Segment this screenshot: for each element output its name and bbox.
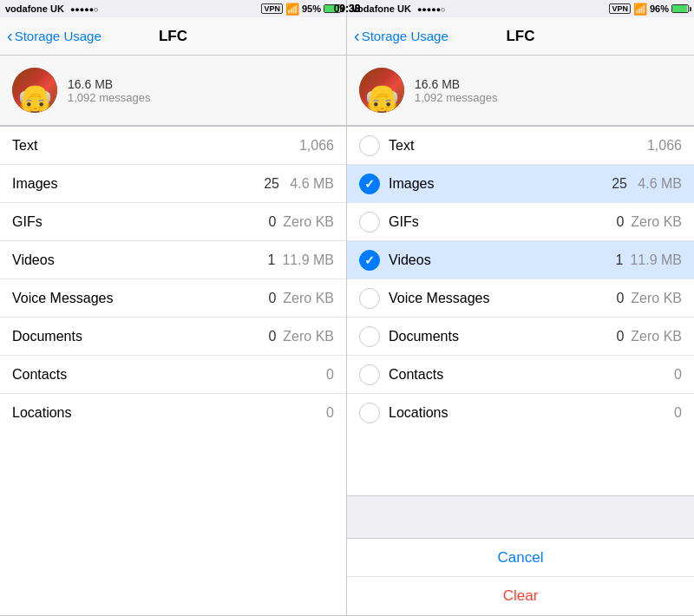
vpn-badge: VPN [609, 3, 631, 14]
row-label: Voice Messages [389, 291, 606, 306]
profile-section: 👴 16.6 MB 1,092 messages [347, 56, 694, 126]
profile-info: 16.6 MB 1,092 messages [68, 77, 150, 104]
table-row: Voice Messages0Zero KB [0, 279, 346, 318]
row-count: 1 [606, 252, 623, 268]
row-label: Locations [12, 405, 326, 421]
row-count: 25 [610, 176, 627, 192]
action-section: CancelClear [347, 538, 694, 616]
back-button[interactable]: ‹ Storage Usage [354, 26, 448, 46]
row-label: Text [12, 138, 299, 154]
row-checkbox[interactable] [359, 403, 380, 423]
table-row[interactable]: Documents0Zero KB [347, 318, 694, 356]
row-checkbox[interactable] [359, 326, 380, 347]
table-row[interactable]: Locations0 [347, 394, 694, 432]
back-label[interactable]: Storage Usage [15, 29, 101, 43]
wifi-icon: 📶 [633, 3, 647, 16]
row-label: Images [389, 176, 610, 192]
row-size: Zero KB [283, 214, 334, 230]
row-label: Images [12, 176, 262, 192]
avatar: 👴 [359, 68, 404, 113]
table-row[interactable]: Videos111.9 MB [347, 241, 694, 279]
table-row: Images254.6 MB [0, 165, 346, 203]
row-label: GIFs [389, 214, 606, 230]
nav-bar: ‹ Storage Usage LFC [347, 17, 694, 56]
profile-size: 16.6 MB [415, 77, 497, 91]
table-row[interactable]: Images254.6 MB [347, 165, 694, 203]
storage-table: Text1,066Images254.6 MBGIFs0Zero KBVideo… [347, 126, 694, 496]
status-left: vodafone UK ●●●●●○ [5, 3, 99, 14]
table-row[interactable]: Text1,066 [347, 127, 694, 165]
profile-info: 16.6 MB 1,092 messages [415, 77, 497, 104]
row-checkbox[interactable] [359, 288, 380, 309]
row-size: Zero KB [631, 214, 682, 230]
row-checkbox[interactable] [359, 174, 380, 194]
row-size: 11.9 MB [282, 252, 334, 268]
status-bar: vodafone UK ●●●●●○ 09:30 VPN 📶 95% [0, 0, 346, 17]
back-chevron-icon: ‹ [7, 26, 13, 46]
row-size: Zero KB [283, 291, 334, 306]
row-count: 0 [674, 367, 682, 383]
nav-title: LFC [506, 28, 534, 45]
row-checkbox[interactable] [359, 135, 380, 156]
row-count: 0 [606, 291, 624, 306]
row-count: 0 [606, 329, 624, 344]
row-checkbox[interactable] [359, 250, 380, 271]
row-size: 4.6 MB [634, 176, 682, 192]
back-button[interactable]: ‹ Storage Usage [7, 26, 101, 46]
row-size: Zero KB [283, 329, 334, 344]
row-label: Videos [12, 252, 258, 268]
back-label[interactable]: Storage Usage [362, 29, 448, 43]
row-count: 0 [674, 405, 682, 421]
row-label: Videos [389, 252, 606, 268]
status-right: VPN 📶 96% [609, 3, 689, 16]
profile-messages: 1,092 messages [415, 91, 497, 104]
wifi-icon: 📶 [285, 3, 299, 16]
battery-icon [671, 4, 689, 13]
row-label: Documents [12, 329, 259, 344]
row-count: 1,066 [299, 138, 334, 154]
signal-dots: ●●●●●○ [70, 3, 99, 14]
carrier-label: vodafone UK [352, 3, 411, 14]
table-row[interactable]: Contacts0 [347, 356, 694, 394]
table-row: Locations0 [0, 394, 346, 432]
storage-table: Text1,066Images254.6 MBGIFs0Zero KBVideo… [0, 126, 346, 616]
table-row[interactable]: GIFs0Zero KB [347, 203, 694, 241]
row-label: Text [389, 138, 647, 154]
status-time: 09:33 [334, 3, 361, 15]
row-checkbox[interactable] [359, 212, 380, 233]
table-row: Documents0Zero KB [0, 318, 346, 356]
status-right: VPN 📶 95% [261, 3, 341, 16]
row-checkbox[interactable] [359, 364, 380, 385]
row-count: 0 [606, 214, 624, 230]
cancel-button[interactable]: Cancel [347, 539, 694, 577]
profile-section: 👴 16.6 MB 1,092 messages [0, 56, 346, 126]
table-row: Text1,066 [0, 127, 346, 165]
table-row: Videos111.9 MB [0, 241, 346, 279]
nav-bar: ‹ Storage Usage LFC [0, 17, 346, 56]
row-count: 0 [259, 291, 276, 306]
battery-label: 95% [302, 3, 321, 14]
row-count: 25 [262, 176, 279, 192]
signal-dots: ●●●●●○ [417, 3, 446, 14]
table-row: Contacts0 [0, 356, 346, 394]
nav-title: LFC [159, 28, 187, 45]
clear-button[interactable]: Clear [347, 577, 694, 615]
row-count: 0 [259, 329, 276, 344]
row-size: 11.9 MB [630, 252, 682, 268]
row-label: Contacts [12, 367, 326, 383]
status-left: vodafone UK ●●●●●○ [352, 3, 446, 14]
row-label: Documents [389, 329, 606, 344]
row-label: Locations [389, 405, 674, 421]
battery-label: 96% [650, 3, 669, 14]
carrier-label: vodafone UK [5, 3, 64, 14]
status-bar: vodafone UK ●●●●●○ 09:33 VPN 📶 96% [347, 0, 694, 17]
row-label: Contacts [389, 367, 674, 383]
row-size: 4.6 MB [286, 176, 334, 192]
row-count: 0 [326, 367, 334, 383]
panel-right: vodafone UK ●●●●●○ 09:33 VPN 📶 96% ‹ Sto… [347, 0, 694, 616]
avatar-image: 👴 [363, 85, 402, 113]
profile-size: 16.6 MB [68, 77, 150, 91]
avatar-image: 👴 [16, 85, 55, 113]
row-size: Zero KB [631, 329, 682, 344]
table-row[interactable]: Voice Messages0Zero KB [347, 279, 694, 318]
